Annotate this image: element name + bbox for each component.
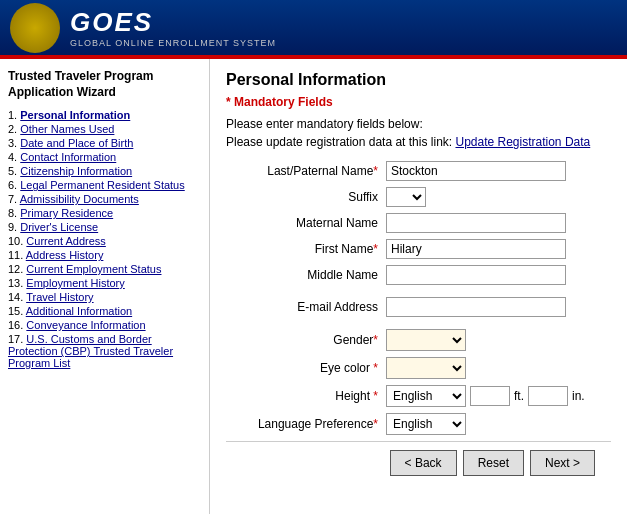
content-area: Personal Information * Mandatory Fields … — [210, 59, 627, 514]
info-text-1: Please enter mandatory fields below: — [226, 117, 611, 131]
sidebar-item-date-birth[interactable]: 3. Date and Place of Birth — [8, 136, 201, 150]
first-name-row: First Name* — [226, 239, 611, 259]
language-pref-select[interactable]: English Spanish — [386, 413, 466, 435]
gender-select[interactable]: Male Female — [386, 329, 466, 351]
suffix-row: Suffix Jr Sr II III — [226, 187, 611, 207]
last-name-input[interactable] — [386, 161, 566, 181]
height-in-input[interactable] — [528, 386, 568, 406]
update-registration-text: Please update registration data at this … — [226, 135, 611, 149]
sidebar-item-drivers-license[interactable]: 9. Driver's License — [8, 220, 201, 234]
sidebar-item-legal-resident[interactable]: 6. Legal Permanent Resident Status — [8, 178, 201, 192]
sidebar-item-contact[interactable]: 4. Contact Information — [8, 150, 201, 164]
height-row: Height * English Metric ft. in. — [226, 385, 611, 407]
sidebar-item-employment-status[interactable]: 12. Current Employment Status — [8, 262, 201, 276]
sidebar-item-cbp-list[interactable]: 17. U.S. Customs and Border Protection (… — [8, 332, 201, 370]
goes-logo: GOES GLOBAL ONLINE ENROLLMENT SYSTEM — [70, 7, 276, 48]
mandatory-label: * Mandatory Fields — [226, 95, 611, 109]
middle-name-row: Middle Name — [226, 265, 611, 285]
sidebar-nav: 1. Personal Information 2. Other Names U… — [8, 108, 201, 370]
back-button[interactable]: < Back — [390, 450, 457, 476]
middle-name-label: Middle Name — [226, 268, 386, 282]
height-unit-select[interactable]: English Metric — [386, 385, 466, 407]
sidebar-item-admissibility[interactable]: 7. Admissibility Documents — [8, 192, 201, 206]
last-name-label: Last/Paternal Name* — [226, 164, 386, 178]
eye-color-label: Eye color * — [226, 361, 386, 375]
sidebar-item-additional-info[interactable]: 15. Additional Information — [8, 304, 201, 318]
suffix-select[interactable]: Jr Sr II III — [386, 187, 426, 207]
sidebar-item-other-names[interactable]: 2. Other Names Used — [8, 122, 201, 136]
email-label: E-mail Address — [226, 300, 386, 314]
goes-title-text: GOES — [70, 7, 276, 38]
maternal-name-label: Maternal Name — [226, 216, 386, 230]
update-registration-link[interactable]: Update Registration Data — [455, 135, 590, 149]
eye-color-row: Eye color * Black Blue Brown Green Gray … — [226, 357, 611, 379]
language-pref-row: Language Preference* English Spanish — [226, 413, 611, 435]
next-button[interactable]: Next > — [530, 450, 595, 476]
maternal-name-input[interactable] — [386, 213, 566, 233]
sidebar-title: Trusted Traveler Program Application Wiz… — [8, 69, 201, 100]
personal-info-form: Last/Paternal Name* Suffix Jr Sr II III … — [226, 161, 611, 435]
height-controls: English Metric ft. in. — [386, 385, 585, 407]
sidebar-item-employment-history[interactable]: 13. Employment History — [8, 276, 201, 290]
sidebar-item-citizenship[interactable]: 5. Citizenship Information — [8, 164, 201, 178]
first-name-label: First Name* — [226, 242, 386, 256]
gender-label: Gender* — [226, 333, 386, 347]
bottom-bar: < Back Reset Next > — [226, 441, 611, 484]
height-ft-label: ft. — [514, 389, 524, 403]
goes-subtitle-text: GLOBAL ONLINE ENROLLMENT SYSTEM — [70, 38, 276, 48]
reset-button[interactable]: Reset — [463, 450, 524, 476]
sidebar-item-travel-history[interactable]: 14. Travel History — [8, 290, 201, 304]
email-input[interactable] — [386, 297, 566, 317]
page-title: Personal Information — [226, 71, 611, 89]
sidebar-item-current-address[interactable]: 10. Current Address — [8, 234, 201, 248]
sidebar-item-personal-information[interactable]: 1. Personal Information — [8, 108, 201, 122]
sidebar-item-primary-residence[interactable]: 8. Primary Residence — [8, 206, 201, 220]
dhs-seal — [10, 3, 60, 53]
email-row: E-mail Address — [226, 297, 611, 317]
main-layout: Trusted Traveler Program Application Wiz… — [0, 59, 627, 514]
sidebar-item-address-history[interactable]: 11. Address History — [8, 248, 201, 262]
suffix-label: Suffix — [226, 190, 386, 204]
language-pref-label: Language Preference* — [226, 417, 386, 431]
height-in-label: in. — [572, 389, 585, 403]
sidebar: Trusted Traveler Program Application Wiz… — [0, 59, 210, 514]
sidebar-item-conveyance[interactable]: 16. Conveyance Information — [8, 318, 201, 332]
height-ft-input[interactable] — [470, 386, 510, 406]
middle-name-input[interactable] — [386, 265, 566, 285]
header: GOES GLOBAL ONLINE ENROLLMENT SYSTEM — [0, 0, 627, 55]
first-name-input[interactable] — [386, 239, 566, 259]
eye-color-select[interactable]: Black Blue Brown Green Gray Hazel — [386, 357, 466, 379]
gender-row: Gender* Male Female — [226, 329, 611, 351]
maternal-name-row: Maternal Name — [226, 213, 611, 233]
height-label: Height * — [226, 389, 386, 403]
last-name-row: Last/Paternal Name* — [226, 161, 611, 181]
